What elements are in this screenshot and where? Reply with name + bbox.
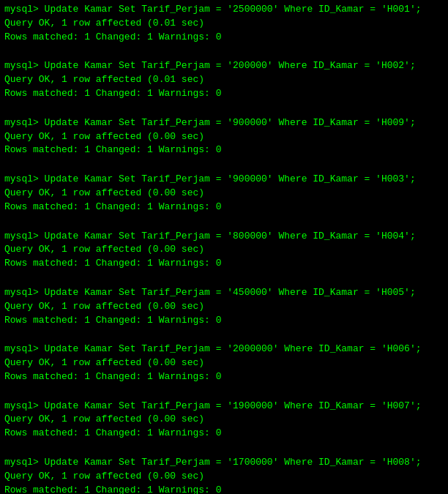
rows-matched-line: Rows matched: 1 Changed: 1 Warnings: 0 (4, 31, 444, 45)
query-ok-line: Query OK, 1 row affected (0.00 sec) (4, 470, 444, 484)
query-ok-line: Query OK, 1 row affected (0.00 sec) (4, 243, 444, 257)
query-ok-line: Query OK, 1 row affected (0.00 sec) (4, 187, 444, 201)
command-line: mysql> Update Kamar Set Tarif_Perjam = '… (4, 116, 444, 130)
terminal-block: mysql> Update Kamar Set Tarif_Perjam = '… (4, 116, 444, 171)
command-line: mysql> Update Kamar Set Tarif_Perjam = '… (4, 3, 444, 17)
empty-line (4, 101, 444, 115)
command-line: mysql> Update Kamar Set Tarif_Perjam = '… (4, 173, 444, 187)
rows-matched-line: Rows matched: 1 Changed: 1 Warnings: 0 (4, 314, 444, 328)
rows-matched-line: Rows matched: 1 Changed: 1 Warnings: 0 (4, 201, 444, 214)
rows-matched-line: Rows matched: 1 Changed: 1 Warnings: 0 (4, 143, 444, 157)
terminal-block: mysql> Update Kamar Set Tarif_Perjam = '… (4, 3, 444, 58)
terminal-block: mysql> Update Kamar Set Tarif_Perjam = '… (4, 286, 444, 341)
terminal-block: mysql> Update Kamar Set Tarif_Perjam = '… (4, 343, 444, 397)
command-line: mysql> Update Kamar Set Tarif_Perjam = '… (4, 343, 444, 356)
query-ok-line: Query OK, 1 row affected (0.00 sec) (4, 413, 444, 427)
rows-matched-line: Rows matched: 1 Changed: 1 Warnings: 0 (4, 257, 444, 271)
query-ok-line: Query OK, 1 row affected (0.00 sec) (4, 130, 444, 144)
terminal-container: mysql> Update Kamar Set Tarif_Perjam = '… (4, 3, 444, 494)
terminal-block: mysql> Update Kamar Set Tarif_Perjam = '… (4, 230, 444, 285)
empty-line (4, 45, 444, 59)
terminal-block: mysql> Update Kamar Set Tarif_Perjam = '… (4, 456, 444, 494)
empty-line (4, 157, 444, 171)
terminal-block: mysql> Update Kamar Set Tarif_Perjam = '… (4, 173, 444, 228)
terminal-block: mysql> Update Kamar Set Tarif_Perjam = '… (4, 59, 444, 114)
empty-line (4, 214, 444, 228)
terminal-block: mysql> Update Kamar Set Tarif_Perjam = '… (4, 400, 444, 454)
rows-matched-line: Rows matched: 1 Changed: 1 Warnings: 0 (4, 370, 444, 384)
empty-line (4, 327, 444, 341)
query-ok-line: Query OK, 1 row affected (0.01 sec) (4, 17, 444, 31)
command-line: mysql> Update Kamar Set Tarif_Perjam = '… (4, 59, 444, 73)
command-line: mysql> Update Kamar Set Tarif_Perjam = '… (4, 230, 444, 244)
command-line: mysql> Update Kamar Set Tarif_Perjam = '… (4, 286, 444, 300)
command-line: mysql> Update Kamar Set Tarif_Perjam = '… (4, 456, 444, 470)
rows-matched-line: Rows matched: 1 Changed: 1 Warnings: 0 (4, 87, 444, 101)
command-line: mysql> Update Kamar Set Tarif_Perjam = '… (4, 400, 444, 413)
empty-line (4, 384, 444, 398)
rows-matched-line: Rows matched: 1 Changed: 1 Warnings: 0 (4, 427, 444, 441)
query-ok-line: Query OK, 1 row affected (0.00 sec) (4, 300, 444, 314)
empty-line (4, 271, 444, 285)
query-ok-line: Query OK, 1 row affected (0.01 sec) (4, 73, 444, 87)
query-ok-line: Query OK, 1 row affected (0.00 sec) (4, 356, 444, 370)
rows-matched-line: Rows matched: 1 Changed: 1 Warnings: 0 (4, 484, 444, 494)
empty-line (4, 441, 444, 454)
